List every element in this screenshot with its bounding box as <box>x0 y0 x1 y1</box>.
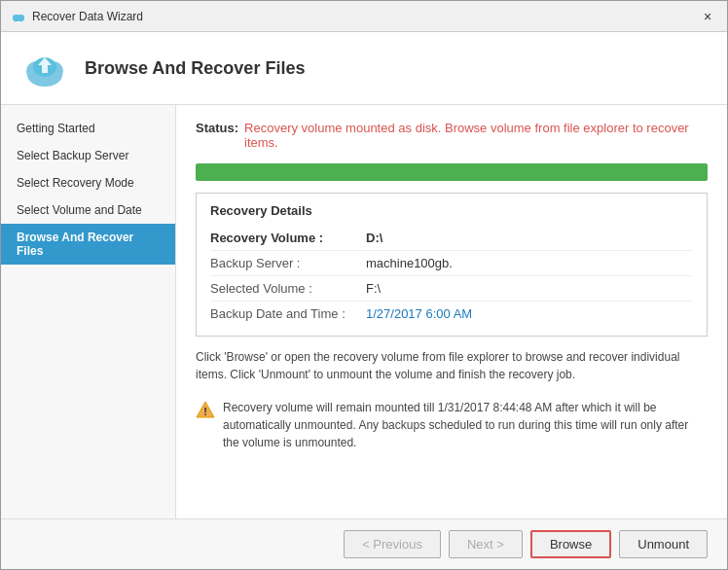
next-button[interactable]: Next > <box>449 530 523 558</box>
recovery-details-title: Recovery Details <box>210 203 693 218</box>
header-cloud-icon <box>20 44 69 92</box>
detail-label-volume: Recovery Volume : <box>210 231 366 245</box>
progress-bar <box>196 163 708 181</box>
status-label: Status: <box>196 121 238 135</box>
wizard-title: Browse And Recover Files <box>85 58 305 79</box>
close-button[interactable]: × <box>698 7 717 26</box>
main-content: Status: Recovery volume mounted as disk.… <box>176 105 727 518</box>
sidebar-item-select-recovery-mode[interactable]: Select Recovery Mode <box>1 169 175 196</box>
recovery-details-box: Recovery Details Recovery Volume : D:\ B… <box>196 193 708 337</box>
detail-value-server: machine100gb. <box>366 256 453 270</box>
browse-button[interactable]: Browse <box>530 530 611 558</box>
detail-label-server: Backup Server : <box>210 256 366 270</box>
status-row: Status: Recovery volume mounted as disk.… <box>196 121 708 150</box>
detail-label-backup-date: Backup Date and Time : <box>210 306 366 321</box>
sidebar: Getting Started Select Backup Server Sel… <box>1 105 176 518</box>
status-text: Recovery volume mounted as disk. Browse … <box>244 121 708 150</box>
window-title: Recover Data Wizard <box>32 10 143 23</box>
svg-text:!: ! <box>203 406 207 417</box>
previous-button[interactable]: < Previous <box>344 530 441 558</box>
detail-row-server: Backup Server : machine100gb. <box>210 251 693 276</box>
unmount-button[interactable]: Unmount <box>619 530 708 558</box>
wizard-body: Getting Started Select Backup Server Sel… <box>1 105 727 518</box>
detail-value-backup-date: 1/27/2017 6:00 AM <box>366 306 472 321</box>
title-bar-left: Recover Data Wizard <box>11 9 143 24</box>
sidebar-item-select-backup-server[interactable]: Select Backup Server <box>1 142 175 169</box>
warning-text: Recovery volume will remain mounted till… <box>223 399 708 451</box>
progress-bar-fill <box>196 163 708 181</box>
warning-box: ! Recovery volume will remain mounted ti… <box>196 395 708 455</box>
sidebar-item-getting-started[interactable]: Getting Started <box>1 115 175 142</box>
sidebar-item-browse-recover[interactable]: Browse And Recover Files <box>1 224 175 265</box>
info-text: Click 'Browse' or open the recovery volu… <box>196 348 708 383</box>
svg-point-1 <box>13 15 18 20</box>
detail-row-volume: Recovery Volume : D:\ <box>210 226 693 251</box>
detail-row-backup-date: Backup Date and Time : 1/27/2017 6:00 AM <box>210 302 693 326</box>
app-icon <box>11 9 26 24</box>
wizard-footer: < Previous Next > Browse Unmount <box>1 518 727 569</box>
warning-icon: ! <box>196 400 215 419</box>
wizard-window: Recover Data Wizard × Browse And Recover… <box>0 0 728 570</box>
wizard-header: Browse And Recover Files <box>1 32 727 105</box>
svg-point-2 <box>18 15 24 20</box>
detail-value-volume: D:\ <box>366 231 382 245</box>
title-bar: Recover Data Wizard × <box>1 1 727 32</box>
detail-label-selected-volume: Selected Volume : <box>210 281 366 296</box>
detail-value-selected-volume: F:\ <box>366 281 381 296</box>
detail-row-selected-volume: Selected Volume : F:\ <box>210 276 693 302</box>
sidebar-item-select-volume-date[interactable]: Select Volume and Date <box>1 196 175 224</box>
